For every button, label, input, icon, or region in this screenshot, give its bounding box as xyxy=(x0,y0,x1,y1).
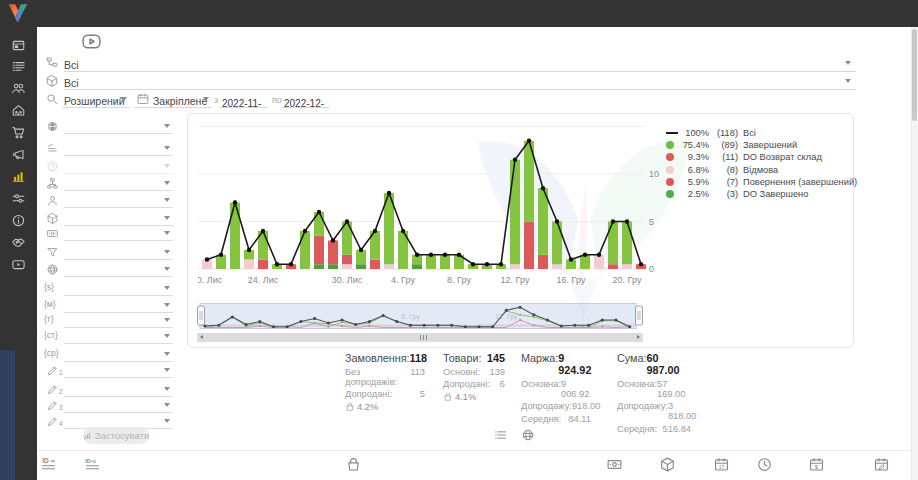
list-view-toggle[interactable] xyxy=(494,428,508,442)
legend-label: Повернення (завершений) xyxy=(743,177,857,187)
column-date-paid[interactable]: $ xyxy=(808,456,825,473)
money-icon xyxy=(46,226,59,239)
sidebar-item-orders[interactable] xyxy=(0,57,37,77)
legend-item[interactable]: 6.8%(8)Відмова xyxy=(666,164,857,176)
pencil-icon: 4 xyxy=(46,414,59,427)
filter-unknown-select[interactable] xyxy=(40,158,177,175)
product-filter-underline xyxy=(64,89,856,90)
column-payment[interactable] xyxy=(606,456,623,473)
sidebar-item-tutorials[interactable] xyxy=(0,254,37,274)
legend-item[interactable]: 5.9%(7)Повернення (завершений) xyxy=(666,176,857,188)
column-date-edited[interactable] xyxy=(873,456,890,473)
filter-country-select[interactable] xyxy=(40,118,177,135)
minimap-scrollbar[interactable] xyxy=(197,333,643,342)
legend-item[interactable]: 100%(118)Всі xyxy=(666,127,857,139)
video-help-button[interactable] xyxy=(81,31,102,48)
filter-structure-select[interactable] xyxy=(40,175,177,192)
globe-solid-icon xyxy=(46,119,59,132)
app-logo-icon[interactable] xyxy=(5,1,31,26)
minimap-left-handle xyxy=(198,306,205,325)
summary-stats: Замовлення:118Без допродажів:113Допродан… xyxy=(37,352,911,412)
product-filter-value: Всі xyxy=(64,77,79,89)
product-filter-select[interactable]: Всі xyxy=(64,73,856,89)
status-filter-select[interactable]: Всі xyxy=(64,55,856,71)
chart-range-minimap[interactable]: 5. Гру12. Гру xyxy=(197,303,643,331)
filter-payment-underline xyxy=(64,240,173,241)
globe-view-toggle[interactable] xyxy=(521,428,535,442)
filter-funnel-select[interactable] xyxy=(40,244,177,261)
box3d-icon xyxy=(46,211,59,224)
info-icon xyxy=(11,213,26,228)
filter-status-select[interactable] xyxy=(40,140,177,157)
page-scrollbar-thumb[interactable] xyxy=(912,29,917,121)
sidebar-item-settings[interactable] xyxy=(0,188,37,208)
scroll-left-arrow-icon[interactable] xyxy=(200,335,203,339)
sidebar-item-analytics[interactable] xyxy=(0,166,37,186)
search-mode-value: Розширений xyxy=(64,95,125,107)
column-id-source[interactable]: ID-о xyxy=(84,456,101,473)
stat-column: Товари:145Основні:139Допродані:64.1% xyxy=(443,352,505,402)
legend-label: Всі xyxy=(743,128,756,138)
line-swatch-icon xyxy=(666,132,678,134)
chevron-down-icon xyxy=(164,146,170,150)
svg-text:5: 5 xyxy=(649,217,654,227)
filter-utm-medium-tag-icon: {м} xyxy=(44,299,56,309)
apply-filters-button[interactable]: Застосувати xyxy=(83,427,149,444)
minimap-right-handle xyxy=(636,306,643,325)
sidebar-item-purchases[interactable] xyxy=(0,123,37,143)
chevron-down-icon xyxy=(164,318,170,322)
stat-sub-value: 516.84 xyxy=(663,424,691,434)
cart-icon xyxy=(11,125,26,140)
column-time[interactable] xyxy=(756,456,773,473)
date-to-input[interactable]: 2022-12-21 xyxy=(284,93,330,107)
sidebar-item-dashboard[interactable] xyxy=(0,35,37,55)
dot-swatch-icon xyxy=(666,166,674,174)
chevron-down-icon xyxy=(164,250,170,254)
filter-payment-select[interactable] xyxy=(40,225,177,242)
dot-swatch-icon xyxy=(666,153,674,161)
orders-chart-card: 100%(118)Всі75.4%(89)Завершений9.3%(11)D… xyxy=(187,113,854,348)
column-shipping[interactable] xyxy=(659,456,676,473)
sidebar-item-customers[interactable] xyxy=(0,79,37,99)
top-bar xyxy=(0,0,918,27)
sidebar-item-marketing[interactable] xyxy=(0,145,37,165)
chevron-down-icon xyxy=(164,164,170,168)
megaphone-icon xyxy=(11,147,26,162)
filter-utm-term-tag-icon: {т} xyxy=(44,314,54,324)
filter-unknown-underline xyxy=(64,173,173,174)
svg-text:10: 10 xyxy=(649,169,659,179)
legend-percent: 6.8% xyxy=(679,165,709,175)
legend-item[interactable]: 9.3%(11)DO Возврат склад xyxy=(666,151,857,163)
filter-utm-content-underline xyxy=(64,343,173,344)
column-date-created[interactable]: 17 xyxy=(713,456,730,473)
stat-value: 118 xyxy=(410,352,427,364)
filter-utm-content-select[interactable]: {ст} xyxy=(40,328,177,345)
sidebar-item-partners[interactable] xyxy=(0,232,37,252)
orders-chart-plot: 051020. Лис24. Лис30. Лис4. Гру8. Гру12.… xyxy=(198,119,660,291)
scrollbar-grip[interactable] xyxy=(420,335,427,340)
stat-sub-value: 6 xyxy=(500,379,505,389)
filter-country-underline xyxy=(64,133,173,134)
sidebar-item-company[interactable] xyxy=(0,101,37,121)
chevron-down-icon xyxy=(164,181,170,185)
sliders-icon xyxy=(11,191,26,206)
filter-utm-source-select[interactable]: {s} xyxy=(40,280,177,297)
filter-utm-term-select[interactable]: {т} xyxy=(40,312,177,329)
legend-item[interactable]: 2.5%(3)DO Завершено xyxy=(666,188,857,200)
legend-count: (7) xyxy=(709,177,738,187)
column-id-status[interactable]: ID xyxy=(40,456,57,473)
legend-item[interactable]: 75.4%(89)Завершений xyxy=(666,139,857,151)
stat-sub-label: Допродажу: xyxy=(617,401,668,421)
stat-value: 145 xyxy=(487,352,505,364)
stat-sub-value: 5 xyxy=(420,389,425,399)
date-from-input[interactable]: 2022-11-20 xyxy=(222,93,268,107)
filter-manager-select[interactable] xyxy=(40,192,177,209)
filter-structure-underline xyxy=(64,190,173,191)
column-products[interactable] xyxy=(345,456,362,473)
chart-icon xyxy=(11,169,26,184)
chevron-down-icon xyxy=(121,97,127,101)
legend-count: (8) xyxy=(709,165,738,175)
scroll-right-arrow-icon[interactable] xyxy=(637,335,640,339)
filter-website-select[interactable] xyxy=(40,261,177,278)
sidebar-item-info[interactable] xyxy=(0,210,37,230)
